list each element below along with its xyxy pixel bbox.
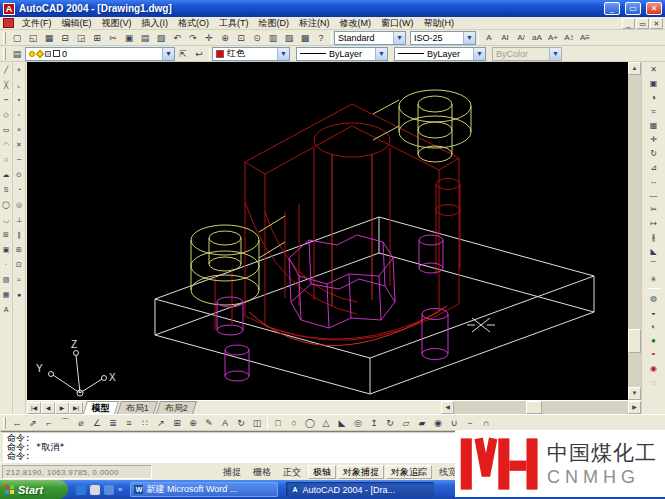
snap-intersection-icon[interactable]: ×: [13, 122, 26, 137]
status-toggle-button[interactable]: 栅格: [248, 465, 276, 479]
rectangle-icon[interactable]: ▭: [0, 122, 13, 137]
ellipse-icon[interactable]: ◯: [0, 197, 13, 212]
layout-tab[interactable]: 布局2: [156, 401, 197, 414]
status-toggle-button[interactable]: 正交: [278, 465, 306, 479]
combo-arrow-icon[interactable]: ▼: [162, 48, 174, 60]
pan-icon[interactable]: ✛: [201, 31, 217, 45]
vertical-scrollbar[interactable]: ▲ ▼: [628, 62, 641, 400]
linear-dim-icon[interactable]: ↔: [9, 416, 25, 430]
menu-item[interactable]: 窗口(W): [376, 17, 419, 29]
snap-perpendicular-icon[interactable]: ⊥: [13, 212, 26, 227]
layer-combo[interactable]: 0 ▼: [25, 47, 175, 61]
undo-icon[interactable]: ↶: [169, 31, 185, 45]
extrude-icon[interactable]: ↥: [366, 416, 382, 430]
offset-icon[interactable]: ≈: [646, 104, 662, 118]
snap-endpoint-icon[interactable]: ▪: [13, 92, 26, 107]
move-icon[interactable]: ✛: [646, 132, 662, 146]
arc-icon[interactable]: ◠: [0, 137, 13, 152]
break-icon[interactable]: ∦: [646, 230, 662, 244]
polygon-icon[interactable]: ◇: [0, 107, 13, 122]
toolbar-grip[interactable]: [3, 32, 6, 44]
quick-launch-desktop-icon[interactable]: [90, 485, 100, 495]
horizontal-scrollbar[interactable]: ◀ ▶: [441, 401, 641, 414]
match-properties-icon[interactable]: ▧: [153, 31, 169, 45]
single-text-icon[interactable]: AI: [497, 31, 513, 45]
construction-line-icon[interactable]: ╳: [0, 77, 13, 92]
intersect-icon[interactable]: ∩: [478, 416, 494, 430]
center-mark-icon[interactable]: ⊕: [185, 416, 201, 430]
snap-quadrant-icon[interactable]: ◔: [13, 182, 26, 197]
copy-object-icon[interactable]: ▣: [646, 76, 662, 90]
taskbar-task-button[interactable]: A AutoCAD 2004 - [Dra...: [286, 482, 434, 497]
fillet-icon[interactable]: ⌒: [646, 258, 662, 272]
tab-nav-arrow-icon[interactable]: |◀: [27, 402, 41, 414]
point-icon[interactable]: ·: [0, 257, 13, 272]
menu-item[interactable]: 标注(N): [294, 17, 335, 29]
menu-item[interactable]: 修改(M): [335, 17, 377, 29]
dim-style-combo[interactable]: ISO-25 ▼: [410, 31, 476, 45]
diameter-dim-icon[interactable]: ⌀: [73, 416, 89, 430]
designcenter-icon[interactable]: ▨: [281, 31, 297, 45]
scroll-left-icon[interactable]: ◀: [441, 401, 454, 414]
redo-icon[interactable]: ↷: [185, 31, 201, 45]
child-close-button[interactable]: ✕: [650, 18, 663, 29]
open-icon[interactable]: ◱: [25, 31, 41, 45]
osnap-settings-icon[interactable]: ●: [13, 287, 26, 302]
flat-shade-icon[interactable]: ◐: [646, 319, 662, 333]
mirror-icon[interactable]: ◑: [646, 90, 662, 104]
close-button[interactable]: ✕: [646, 2, 662, 15]
child-restore-button[interactable]: ▭: [636, 18, 649, 29]
polyline-icon[interactable]: ┉: [0, 92, 13, 107]
radius-dim-icon[interactable]: ⌒: [57, 416, 73, 430]
zoom-window-icon[interactable]: ⊡: [233, 31, 249, 45]
edit-text-icon[interactable]: A/: [513, 31, 529, 45]
snap-parallel-icon[interactable]: ∥: [13, 227, 26, 242]
quick-leader-icon[interactable]: ↗: [153, 416, 169, 430]
mtext-icon[interactable]: A: [0, 302, 13, 317]
scroll-up-icon[interactable]: ▲: [628, 62, 641, 75]
publish-icon[interactable]: ⊞: [89, 31, 105, 45]
start-button[interactable]: Start: [0, 480, 68, 499]
cut-icon[interactable]: ✂: [105, 31, 121, 45]
make-object-layer-current-icon[interactable]: ⇱: [175, 47, 191, 61]
flat-edges-icon[interactable]: ◓: [646, 347, 662, 361]
region-icon[interactable]: ▦: [0, 287, 13, 302]
rotate-icon[interactable]: ↻: [646, 146, 662, 160]
scroll-down-icon[interactable]: ▼: [628, 387, 641, 400]
copy-icon[interactable]: ▣: [121, 31, 137, 45]
lineweight-combo[interactable]: ByLayer ▼: [394, 47, 486, 61]
snap-extension-icon[interactable]: ┄: [13, 152, 26, 167]
subtract-icon[interactable]: −: [462, 416, 478, 430]
hide-icon[interactable]: ◒: [646, 305, 662, 319]
scroll-right-icon[interactable]: ▶: [628, 401, 641, 414]
snap-from-icon[interactable]: ⌞: [13, 77, 26, 92]
find-replace-icon[interactable]: aA: [529, 31, 545, 45]
trim-icon[interactable]: ✂: [646, 202, 662, 216]
revcloud-icon[interactable]: ☁: [0, 167, 13, 182]
ellipse-arc-icon[interactable]: ◡: [0, 212, 13, 227]
layer-manager-icon[interactable]: ▤: [9, 47, 25, 61]
explode-icon[interactable]: ✳: [646, 272, 662, 286]
interference-icon[interactable]: ◉: [430, 416, 446, 430]
solid-wedge-icon[interactable]: ◣: [334, 416, 350, 430]
combo-arrow-icon[interactable]: ▼: [463, 32, 475, 44]
linetype-combo[interactable]: ByLayer ▼: [296, 47, 388, 61]
drawing-canvas[interactable]: Z X Y: [27, 62, 628, 400]
menu-item[interactable]: 帮助(H): [419, 17, 460, 29]
snap-center-icon[interactable]: ⊙: [13, 167, 26, 182]
toolbar-grip[interactable]: [3, 48, 6, 60]
justify-text-icon[interactable]: A≡: [577, 31, 593, 45]
gouraud-shade-icon[interactable]: ●: [646, 333, 662, 347]
combo-arrow-icon[interactable]: ▼: [393, 32, 405, 44]
baseline-dim-icon[interactable]: ≡: [121, 416, 137, 430]
zoom-realtime-icon[interactable]: ⊕: [217, 31, 233, 45]
hatch-icon[interactable]: ▨: [0, 272, 13, 287]
extend-icon[interactable]: ↦: [646, 216, 662, 230]
child-minimize-button[interactable]: _: [622, 18, 635, 29]
tab-nav-arrow-icon[interactable]: ▶: [55, 402, 69, 414]
dim-update-icon[interactable]: ↻: [233, 416, 249, 430]
layout-tab[interactable]: 模型: [83, 401, 119, 414]
combo-arrow-icon[interactable]: ▼: [375, 48, 387, 60]
snap-nearest-icon[interactable]: ≈: [13, 272, 26, 287]
lengthen-icon[interactable]: —: [646, 188, 662, 202]
